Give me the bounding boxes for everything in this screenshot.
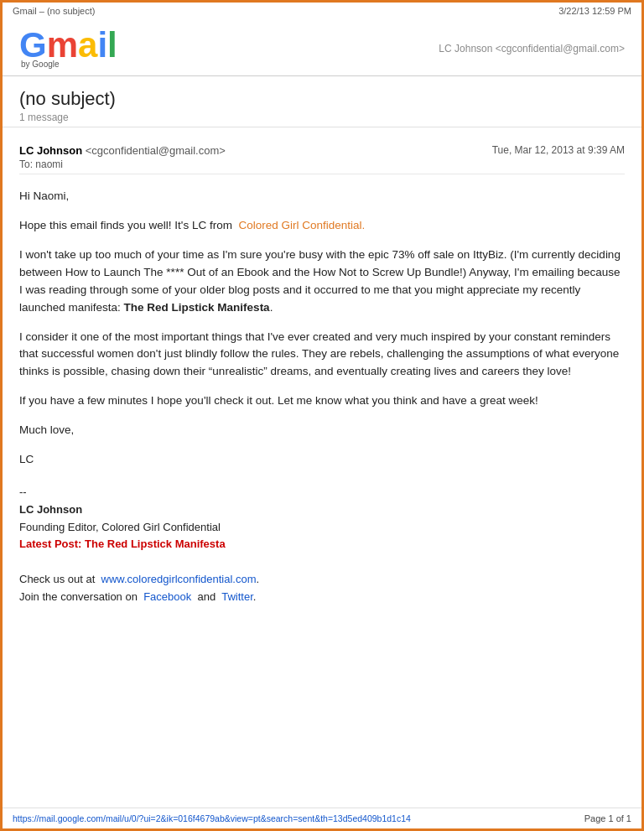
email-meta: LC Johnson <cgconfidential@gmail.com> To… [19, 136, 625, 174]
sender-name-line: LC Johnson <cgconfidential@gmail.com> [19, 144, 226, 157]
message-count: 1 message [19, 112, 625, 123]
gmail-logo-byline: by Google [21, 60, 60, 69]
footer-url[interactable]: https://mail.google.com/mail/u/0/?ui=2&i… [13, 813, 411, 823]
greeting: Hi Naomi, [19, 188, 625, 205]
recipient-line: To: naomi [19, 158, 226, 170]
para-closing2: LC [19, 451, 625, 469]
sig-dashes: -- [19, 484, 625, 501]
page-wrapper: Gmail – (no subject) 3/22/13 12:59 PM Gm… [0, 0, 644, 831]
latest-post-link[interactable]: The Red Lipstick Manifesta [85, 538, 226, 550]
sig-title: Founding Editor, Colored Girl Confidenti… [19, 519, 625, 537]
facebook-link[interactable]: Facebook [143, 590, 191, 603]
subject-title: (no subject) [19, 88, 625, 110]
sig-website-line: Check us out at www.coloredgirlconfident… [19, 571, 625, 589]
window-title: Gmail – (no subject) [13, 6, 95, 16]
user-email: LC Johnson <cgconfidential@gmail.com> [439, 43, 625, 55]
para-inspiration: I consider it one of the most important … [19, 329, 625, 382]
logo-m: m [47, 25, 78, 65]
manifesta-title: The Red Lipstick Manifesta [124, 301, 270, 314]
sig-latest: Latest Post: The Red Lipstick Manifesta [19, 536, 625, 553]
sender-info: LC Johnson <cgconfidential@gmail.com> To… [19, 144, 226, 170]
header-area: Gmail by Google LC Johnson <cgconfidenti… [3, 19, 641, 76]
subject-area: (no subject) 1 message [3, 76, 641, 127]
logo-a: a [78, 25, 97, 65]
signature: -- LC Johnson Founding Editor, Colored G… [19, 480, 625, 606]
print-datetime: 3/22/13 12:59 PM [558, 6, 631, 16]
website-link[interactable]: www.coloredgirlconfidential.com [101, 573, 257, 585]
colored-girl-link[interactable]: Colored Girl Confidential. [238, 219, 365, 231]
para-main: I won't take up too much of your time as… [19, 247, 625, 317]
sender-address: <cgconfidential@gmail.com> [86, 144, 226, 157]
para-intro: Hope this email finds you well! It's LC … [19, 217, 625, 235]
top-bar: Gmail – (no subject) 3/22/13 12:59 PM [3, 3, 641, 19]
sender-name: LC Johnson [19, 144, 82, 157]
gmail-logo: Gmail by Google [19, 28, 117, 69]
footer-page: Page 1 of 1 [584, 813, 631, 823]
sig-name: LC Johnson [19, 501, 625, 519]
email-date: Tue, Mar 12, 2013 at 9:39 AM [492, 144, 625, 156]
latest-post-label: Latest Post: [19, 538, 81, 550]
para-closing1: Much love, [19, 422, 625, 439]
twitter-link[interactable]: Twitter [221, 590, 253, 603]
gmail-logo-text: Gmail [19, 28, 117, 63]
email-body: Hi Naomi, Hope this email finds you well… [19, 174, 625, 615]
email-container: LC Johnson <cgconfidential@gmail.com> To… [3, 127, 641, 623]
logo-l: l [107, 25, 117, 65]
logo-i: i [97, 25, 107, 65]
footer-bar: https://mail.google.com/mail/u/0/?ui=2&i… [3, 808, 641, 828]
para-cta: If you have a few minutes I hope you'll … [19, 392, 625, 410]
logo-g: G [19, 25, 47, 65]
sig-social-line: Join the conversation on Facebook and Tw… [19, 589, 625, 606]
